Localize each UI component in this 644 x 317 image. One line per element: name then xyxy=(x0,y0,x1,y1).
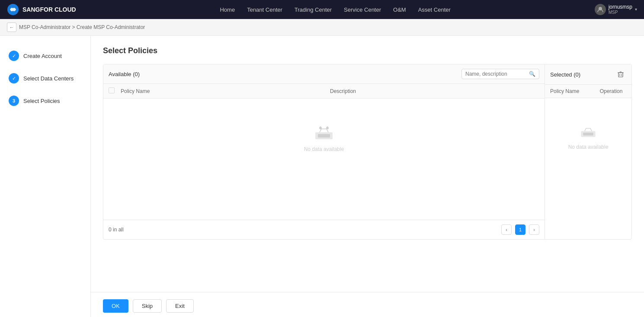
svg-rect-14 xyxy=(583,133,593,136)
step-2-label: Select Data Centers xyxy=(23,75,74,82)
step-create-account[interactable]: ✓ Create Account xyxy=(0,45,90,67)
selected-table-header: Policy Name Operation xyxy=(545,85,631,98)
available-panel-footer: 0 in all ‹ 1 › xyxy=(103,220,545,239)
available-panel-body: No data available xyxy=(103,99,545,220)
trash-icon xyxy=(617,71,624,78)
sidebar: ✓ Create Account ✓ Select Data Centers 3… xyxy=(0,36,91,317)
dual-panel: Available (0) 🔍 Policy Name Description xyxy=(103,64,632,240)
next-page-button[interactable]: › xyxy=(529,224,539,235)
skip-button[interactable]: Skip xyxy=(133,299,162,313)
top-navigation: SANGFOR CLOUD Home Tenant Center Trading… xyxy=(0,0,644,19)
svg-rect-3 xyxy=(318,134,330,138)
breadcrumb-bar: ← MSP Co-Administrator > Create MSP Co-A… xyxy=(0,19,644,36)
page-title: Select Policies xyxy=(103,46,632,55)
col-policy-name-header: Policy Name xyxy=(121,88,330,94)
checkbox-col xyxy=(109,87,121,95)
selected-panel-header: Selected (0) xyxy=(545,64,631,85)
step-select-data-centers[interactable]: ✓ Select Data Centers xyxy=(0,67,90,90)
nav-asset-center[interactable]: Asset Center xyxy=(418,6,451,13)
page-1-button[interactable]: 1 xyxy=(515,224,525,235)
step-1-label: Create Account xyxy=(23,53,62,59)
nav-om[interactable]: O&M xyxy=(393,6,406,13)
step-3-icon: 3 xyxy=(9,96,19,106)
nav-tenant-center[interactable]: Tenant Center xyxy=(247,6,282,13)
user-info: jornusmsp MSP xyxy=(609,4,632,15)
selected-panel-body: No data available xyxy=(545,98,631,219)
step-3-label: Select Policies xyxy=(23,98,60,104)
delete-all-button[interactable] xyxy=(615,69,626,80)
step-1-icon: ✓ xyxy=(9,51,19,61)
step-2-icon: ✓ xyxy=(9,73,19,83)
search-box[interactable]: 🔍 xyxy=(461,69,539,79)
pagination-info: 0 in all xyxy=(109,227,124,233)
user-role: MSP xyxy=(609,10,632,15)
selected-col-operation-header: Operation xyxy=(596,88,626,94)
ok-button[interactable]: OK xyxy=(103,299,128,313)
selected-empty-tray-icon xyxy=(580,124,597,140)
available-empty-state: No data available xyxy=(103,99,545,178)
breadcrumb: MSP Co-Administrator > Create MSP Co-Adm… xyxy=(19,24,145,30)
available-empty-text: No data available xyxy=(304,146,344,152)
exit-button[interactable]: Exit xyxy=(166,299,194,313)
select-all-checkbox[interactable] xyxy=(109,87,115,93)
user-menu[interactable]: jornusmsp MSP ▾ xyxy=(595,4,637,15)
available-table-header: Policy Name Description xyxy=(103,84,545,99)
selected-panel: Selected (0) Policy Name xyxy=(545,64,631,239)
selected-col-policy-header: Policy Name xyxy=(550,88,596,94)
back-button[interactable]: ← xyxy=(7,22,16,32)
nav-service-center[interactable]: Service Center xyxy=(344,6,381,13)
svg-rect-8 xyxy=(618,73,623,77)
selected-empty-state: No data available xyxy=(545,98,631,176)
available-panel: Available (0) 🔍 Policy Name Description xyxy=(103,64,545,239)
available-title: Available (0) xyxy=(109,71,140,77)
selected-empty-text: No data available xyxy=(568,144,609,150)
empty-tray-icon xyxy=(314,125,334,142)
brand-name: SANGFOR CLOUD xyxy=(22,6,76,13)
search-input[interactable] xyxy=(465,71,527,77)
nav-home[interactable]: Home xyxy=(220,6,235,13)
content-area: Select Policies Available (0) 🔍 xyxy=(91,36,644,292)
avatar xyxy=(595,4,606,15)
brand-icon xyxy=(7,3,19,16)
available-panel-header: Available (0) 🔍 xyxy=(103,64,545,84)
brand-logo: SANGFOR CLOUD xyxy=(7,3,76,16)
step-select-policies[interactable]: 3 Select Policies xyxy=(0,90,90,112)
bottom-actions: OK Skip Exit xyxy=(91,292,644,317)
prev-page-button[interactable]: ‹ xyxy=(501,224,512,235)
col-desc-header: Description xyxy=(330,88,539,94)
main-layout: ✓ Create Account ✓ Select Data Centers 3… xyxy=(0,36,644,317)
search-icon: 🔍 xyxy=(529,71,535,77)
selected-title: Selected (0) xyxy=(550,71,580,78)
back-arrow-icon: ← xyxy=(10,25,14,30)
chevron-down-icon: ▾ xyxy=(635,7,637,12)
nav-links: Home Tenant Center Trading Center Servic… xyxy=(220,6,450,13)
nav-trading-center[interactable]: Trading Center xyxy=(295,6,332,13)
user-name: jornusmsp xyxy=(609,4,632,10)
